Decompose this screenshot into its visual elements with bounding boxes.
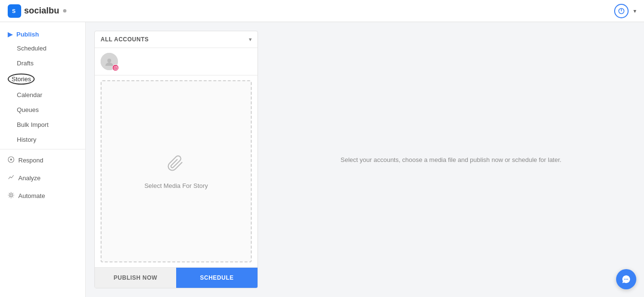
sidebar-item-analyze[interactable]: Analyze: [0, 169, 85, 187]
header-chevron-icon[interactable]: ▾: [633, 8, 636, 14]
svg-point-13: [627, 279, 628, 280]
sidebar: ▶ Publish Scheduled Drafts Stories Calen…: [0, 22, 86, 297]
account-avatar: [101, 53, 118, 70]
sidebar-item-bulk-import[interactable]: Bulk Import: [0, 117, 85, 132]
svg-point-7: [107, 59, 111, 62]
account-selector[interactable]: [95, 48, 258, 75]
svg-point-9: [115, 67, 116, 69]
main-layout: ▶ Publish Scheduled Drafts Stories Calen…: [0, 22, 644, 297]
sidebar-item-drafts[interactable]: Drafts: [0, 56, 85, 71]
sidebar-item-stories[interactable]: Stories: [0, 71, 85, 87]
svg-point-12: [626, 279, 627, 280]
sidebar-item-queues[interactable]: Queues: [0, 102, 85, 117]
media-upload-area[interactable]: Select Media For Story: [101, 80, 252, 262]
svg-point-10: [116, 67, 117, 67]
publish-panel: ALL ACCOUNTS ▾: [94, 31, 258, 288]
svg-point-11: [624, 279, 625, 280]
svg-point-6: [10, 194, 13, 197]
analyze-label: Analyze: [18, 174, 40, 182]
automate-icon: [8, 192, 14, 200]
media-label: Select Media For Story: [144, 182, 208, 189]
hint-text: Select your accounts, choose a media fil…: [341, 156, 562, 163]
logo: S socialbu: [8, 4, 66, 18]
header-right: ▾: [614, 4, 636, 18]
instagram-badge: [112, 64, 119, 71]
chat-bubble[interactable]: [616, 269, 636, 289]
right-panel: Select your accounts, choose a media fil…: [258, 22, 644, 297]
publish-now-button[interactable]: PUBLISH NOW: [95, 268, 176, 288]
app-header: S socialbu ▾: [0, 0, 644, 22]
sidebar-item-history[interactable]: History: [0, 132, 85, 147]
svg-point-5: [10, 159, 12, 161]
accounts-dropdown-label: ALL ACCOUNTS: [101, 36, 149, 43]
svg-text:S: S: [12, 8, 15, 14]
logo-text: socialbu: [24, 6, 59, 16]
sidebar-item-automate[interactable]: Automate: [0, 187, 85, 205]
power-button[interactable]: [614, 4, 629, 18]
sidebar-publish-label: Publish: [16, 31, 39, 38]
respond-label: Respond: [18, 157, 43, 164]
paperclip-icon: [167, 154, 186, 177]
logo-icon: S: [8, 4, 21, 18]
sidebar-publish-header[interactable]: ▶ Publish: [0, 26, 85, 41]
action-buttons: PUBLISH NOW SCHEDULE: [95, 267, 258, 288]
analyze-icon: [8, 174, 14, 182]
logo-dot: [63, 9, 66, 12]
svg-rect-8: [114, 66, 117, 70]
sidebar-divider: [0, 149, 85, 149]
sidebar-item-calendar[interactable]: Calendar: [0, 87, 85, 102]
accounts-dropdown[interactable]: ALL ACCOUNTS ▾: [95, 31, 258, 48]
sidebar-item-respond[interactable]: Respond: [0, 151, 85, 169]
automate-label: Automate: [18, 192, 45, 199]
respond-icon: [8, 156, 14, 164]
schedule-button[interactable]: SCHEDULE: [176, 268, 258, 288]
sidebar-item-scheduled[interactable]: Scheduled: [0, 41, 85, 56]
accounts-chevron-icon: ▾: [249, 36, 252, 43]
publish-icon: ▶: [8, 31, 13, 38]
content-area: ALL ACCOUNTS ▾: [86, 22, 644, 297]
stories-label: Stories: [8, 74, 35, 85]
